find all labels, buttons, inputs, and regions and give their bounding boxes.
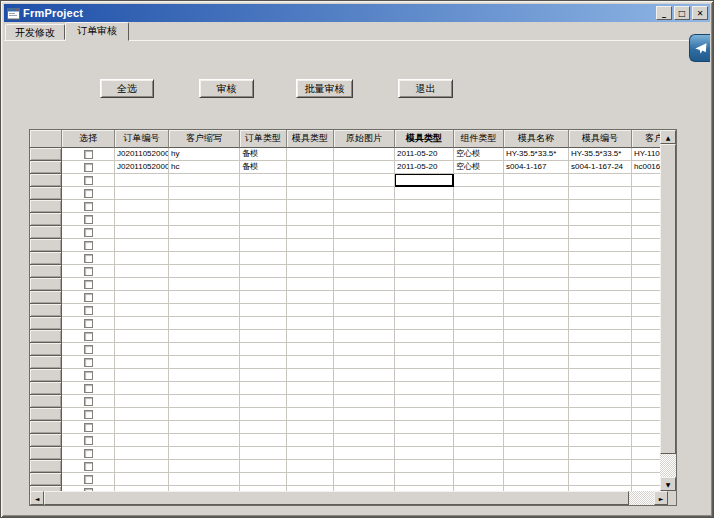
grid-cell[interactable] [169, 408, 240, 421]
grid-cell[interactable] [569, 200, 632, 213]
grid-cell[interactable] [334, 187, 395, 200]
row-header-cell[interactable] [30, 395, 62, 408]
grid-cell[interactable] [395, 434, 454, 447]
grid-cell[interactable] [240, 187, 287, 200]
grid-cell[interactable]: HY-35.5*33.5* [504, 148, 569, 161]
row-select-checkbox[interactable] [84, 306, 93, 315]
grid-cell[interactable] [569, 447, 632, 460]
grid-cell[interactable] [569, 395, 632, 408]
grid-cell[interactable] [115, 317, 169, 330]
grid-cell[interactable] [395, 408, 454, 421]
grid-cell[interactable] [454, 291, 504, 304]
grid-cell[interactable] [169, 265, 240, 278]
exit-button[interactable]: 退出 [398, 79, 453, 98]
grid-cell[interactable] [287, 369, 334, 382]
grid-cell[interactable] [395, 187, 454, 200]
grid-cell[interactable] [240, 213, 287, 226]
grid-cell[interactable] [287, 265, 334, 278]
grid-cell[interactable] [395, 343, 454, 356]
grid-cell[interactable] [454, 421, 504, 434]
grid-cell[interactable] [334, 447, 395, 460]
row-select-checkbox[interactable] [84, 345, 93, 354]
grid-cell[interactable] [569, 460, 632, 473]
grid-cell[interactable] [115, 200, 169, 213]
grid-cell[interactable] [632, 278, 660, 291]
grid-cell[interactable] [240, 369, 287, 382]
grid-cell[interactable] [454, 187, 504, 200]
vertical-scrollbar[interactable]: ▲ ▼ [660, 130, 676, 491]
grid-cell[interactable] [115, 356, 169, 369]
grid-cell[interactable] [454, 447, 504, 460]
grid-cell[interactable] [62, 187, 115, 200]
grid-cell[interactable] [504, 473, 569, 486]
row-header-cell[interactable] [30, 356, 62, 369]
grid-cell[interactable] [115, 252, 169, 265]
row-select-checkbox[interactable] [84, 423, 93, 432]
grid-cell[interactable] [62, 174, 115, 187]
row-select-checkbox[interactable] [84, 358, 93, 367]
row-select-checkbox[interactable] [84, 280, 93, 289]
grid-cell[interactable] [454, 460, 504, 473]
row-select-checkbox[interactable] [84, 384, 93, 393]
grid-cell[interactable] [240, 291, 287, 304]
grid-cell[interactable]: 2011-05-20 [395, 148, 454, 161]
grid-cell[interactable] [632, 174, 660, 187]
grid-cell[interactable] [632, 356, 660, 369]
grid-cell[interactable]: 2011-05-20 [395, 161, 454, 174]
grid-cell[interactable] [62, 148, 115, 161]
grid-cell[interactable] [287, 200, 334, 213]
grid-cell[interactable] [334, 226, 395, 239]
column-header[interactable]: 模具名称 [504, 130, 569, 148]
grid-cell[interactable] [287, 304, 334, 317]
grid-cell[interactable] [632, 239, 660, 252]
grid-cell[interactable] [632, 252, 660, 265]
grid-cell[interactable] [62, 473, 115, 486]
grid-cell[interactable] [240, 460, 287, 473]
row-header-cell[interactable] [30, 278, 62, 291]
minimize-button[interactable]: _ [656, 6, 672, 20]
grid-cell[interactable] [632, 408, 660, 421]
grid-cell[interactable] [287, 291, 334, 304]
row-select-checkbox[interactable] [84, 267, 93, 276]
grid-cell[interactable] [115, 174, 169, 187]
grid-cell[interactable] [504, 447, 569, 460]
flyout-handle-button[interactable] [689, 34, 710, 62]
row-header-cell[interactable] [30, 291, 62, 304]
vertical-scroll-thumb[interactable] [660, 144, 676, 454]
grid-cell[interactable] [334, 408, 395, 421]
grid-cell[interactable] [62, 304, 115, 317]
grid-cell[interactable] [334, 291, 395, 304]
grid-cell[interactable] [569, 369, 632, 382]
row-header-cell[interactable] [30, 226, 62, 239]
grid-cell[interactable] [504, 421, 569, 434]
grid-cell[interactable] [240, 447, 287, 460]
grid-cell[interactable] [395, 291, 454, 304]
grid-cell[interactable] [169, 330, 240, 343]
grid-cell[interactable] [62, 252, 115, 265]
grid-cell[interactable] [240, 473, 287, 486]
grid-cell[interactable] [169, 343, 240, 356]
row-select-checkbox[interactable] [84, 449, 93, 458]
horizontal-scrollbar[interactable]: ◄ ► [30, 491, 668, 505]
grid-cell[interactable] [395, 252, 454, 265]
row-header-cell[interactable] [30, 369, 62, 382]
row-header-cell[interactable] [30, 330, 62, 343]
grid-cell[interactable] [395, 317, 454, 330]
grid-cell[interactable] [334, 473, 395, 486]
grid-cell[interactable] [632, 460, 660, 473]
grid-cell[interactable] [115, 278, 169, 291]
grid-cell[interactable] [62, 369, 115, 382]
grid-cell[interactable] [632, 317, 660, 330]
grid-cell[interactable] [240, 317, 287, 330]
row-select-checkbox[interactable] [84, 319, 93, 328]
grid-cell[interactable] [62, 343, 115, 356]
grid-cell[interactable] [334, 161, 395, 174]
grid-cell[interactable] [395, 265, 454, 278]
grid-cell[interactable] [454, 174, 504, 187]
grid-cell[interactable]: J020110520002 [115, 161, 169, 174]
grid-cell[interactable] [504, 213, 569, 226]
grid-cell[interactable] [334, 460, 395, 473]
grid-cell[interactable] [632, 473, 660, 486]
row-select-checkbox[interactable] [84, 150, 93, 159]
row-select-checkbox[interactable] [84, 254, 93, 263]
